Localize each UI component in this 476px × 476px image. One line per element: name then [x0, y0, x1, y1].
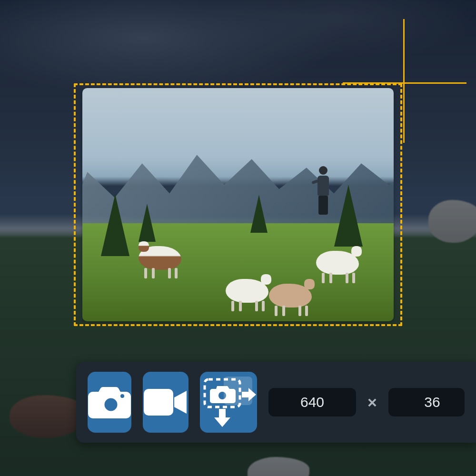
decorative-highlight — [224, 377, 252, 405]
capture-toolbar: × — [76, 362, 476, 443]
camera-icon — [88, 385, 131, 419]
capture-height-input[interactable] — [388, 388, 465, 416]
decorative-tree — [101, 194, 129, 256]
decorative-goat — [139, 246, 181, 270]
record-video-button[interactable] — [143, 372, 188, 433]
decorative-goat — [269, 284, 312, 307]
dimensions-separator: × — [367, 393, 377, 412]
capture-width-input[interactable] — [268, 388, 356, 416]
capture-selection[interactable] — [74, 83, 402, 326]
decorative-tree — [139, 204, 156, 242]
decorative-tree — [250, 195, 268, 233]
decorative-person — [315, 166, 331, 218]
video-icon — [143, 387, 188, 417]
screenshot-button[interactable] — [88, 372, 131, 433]
decorative-goat — [226, 279, 268, 303]
svg-point-2 — [120, 394, 124, 398]
scrolling-capture-button[interactable] — [200, 372, 257, 433]
capture-preview — [82, 88, 394, 321]
decorative-goat — [316, 251, 359, 275]
decorative-tree — [334, 185, 363, 247]
svg-rect-3 — [144, 389, 173, 416]
